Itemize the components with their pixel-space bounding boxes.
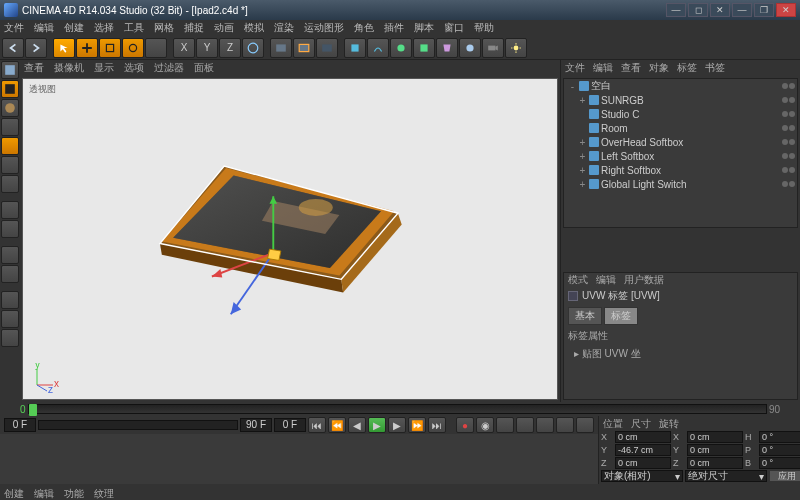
timeline-track[interactable] <box>28 404 767 414</box>
workplane-y[interactable] <box>1 310 19 328</box>
workplane-x[interactable] <box>1 291 19 309</box>
generator-object[interactable] <box>413 38 435 58</box>
model-mode[interactable] <box>1 80 19 98</box>
next-frame-button[interactable]: ▶ <box>388 417 406 433</box>
environment-object[interactable] <box>459 38 481 58</box>
texture-mode[interactable] <box>1 99 19 117</box>
minimize-button[interactable]: — <box>666 3 686 17</box>
menu-模拟[interactable]: 模拟 <box>244 21 264 35</box>
attrbtn-基本[interactable]: 基本 <box>568 307 602 325</box>
timeline-playhead[interactable] <box>29 404 37 416</box>
polygon-mode[interactable] <box>1 175 19 193</box>
frame-cur-input[interactable]: 0 F <box>274 418 306 432</box>
undo-button[interactable] <box>2 38 24 58</box>
deformer-object[interactable] <box>436 38 458 58</box>
coord-Y-pos[interactable]: -46.7 cm <box>615 444 671 456</box>
key-rot-button[interactable] <box>536 417 554 433</box>
workplane-mode[interactable] <box>1 118 19 136</box>
objtab-编辑[interactable]: 编辑 <box>593 61 613 75</box>
close-button[interactable]: ✕ <box>776 3 796 17</box>
frame-start-input[interactable]: 0 F <box>4 418 36 432</box>
camera-object[interactable] <box>482 38 504 58</box>
matmenu-创建[interactable]: 创建 <box>4 487 24 500</box>
range-slider[interactable] <box>38 420 238 430</box>
menu-运动图形[interactable]: 运动图形 <box>304 21 344 35</box>
tree-item[interactable]: +OverHead Softbox <box>564 135 797 149</box>
attrtab-用户数据[interactable]: 用户数据 <box>624 273 664 287</box>
coord-apply-button[interactable]: 应用 <box>769 470 800 482</box>
coord-X-pos[interactable]: 0 cm <box>615 431 671 443</box>
vpmenu-查看[interactable]: 查看 <box>24 61 44 75</box>
menu-渲染[interactable]: 渲染 <box>274 21 294 35</box>
minimize-outer-button[interactable]: — <box>732 3 752 17</box>
render-view[interactable] <box>270 38 292 58</box>
axis-mode[interactable] <box>1 201 19 219</box>
tree-item[interactable]: +Right Softbox <box>564 163 797 177</box>
menu-窗口[interactable]: 窗口 <box>444 21 464 35</box>
last-tool[interactable] <box>145 38 167 58</box>
menu-选择[interactable]: 选择 <box>94 21 114 35</box>
attrtab-模式[interactable]: 模式 <box>568 273 588 287</box>
z-axis-lock[interactable]: Z <box>219 38 241 58</box>
menu-工具[interactable]: 工具 <box>124 21 144 35</box>
objtab-书签[interactable]: 书签 <box>705 61 725 75</box>
key-pos-button[interactable] <box>496 417 514 433</box>
attrtab-编辑[interactable]: 编辑 <box>596 273 616 287</box>
viewport-solo[interactable] <box>1 220 19 238</box>
coord-Z-size[interactable]: 0 cm <box>687 457 743 469</box>
make-editable[interactable] <box>1 61 19 79</box>
close-inner-button[interactable]: ✕ <box>710 3 730 17</box>
coord-B-rot[interactable]: 0 ° <box>759 457 800 469</box>
goto-start-button[interactable]: ⏮ <box>308 417 326 433</box>
attrbtn-标签[interactable]: 标签 <box>604 307 638 325</box>
menu-插件[interactable]: 插件 <box>384 21 404 35</box>
tree-item[interactable]: Studio C <box>564 107 797 121</box>
x-axis-lock[interactable]: X <box>173 38 195 58</box>
menu-角色[interactable]: 角色 <box>354 21 374 35</box>
select-tool[interactable] <box>53 38 75 58</box>
restore-button[interactable]: ❐ <box>754 3 774 17</box>
key-scale-button[interactable] <box>516 417 534 433</box>
coord-mode-1[interactable]: 对象(相对)▾ <box>601 470 683 482</box>
tree-item[interactable]: -空白 <box>564 79 797 93</box>
autokey-button[interactable]: ◉ <box>476 417 494 433</box>
nurbs-object[interactable] <box>390 38 412 58</box>
render-region[interactable] <box>293 38 315 58</box>
move-tool[interactable] <box>76 38 98 58</box>
goto-end-button[interactable]: ⏭ <box>428 417 446 433</box>
key-param-button[interactable] <box>556 417 574 433</box>
vpmenu-摄像机[interactable]: 摄像机 <box>54 61 84 75</box>
coord-X-size[interactable]: 0 cm <box>687 431 743 443</box>
tree-item[interactable]: +Global Light Switch <box>564 177 797 191</box>
menu-编辑[interactable]: 编辑 <box>34 21 54 35</box>
play-button[interactable]: ▶ <box>368 417 386 433</box>
vpmenu-选项[interactable]: 选项 <box>124 61 144 75</box>
menu-文件[interactable]: 文件 <box>4 21 24 35</box>
attr-uvw-row[interactable]: 贴图 UVW 坐 <box>582 348 641 359</box>
frame-end-input[interactable]: 90 F <box>240 418 272 432</box>
record-button[interactable]: ● <box>456 417 474 433</box>
vpmenu-显示[interactable]: 显示 <box>94 61 114 75</box>
maximize-button[interactable]: ◻ <box>688 3 708 17</box>
coord-Y-size[interactable]: 0 cm <box>687 444 743 456</box>
coord-mode-2[interactable]: 绝对尺寸▾ <box>685 470 767 482</box>
matmenu-纹理[interactable]: 纹理 <box>94 487 114 500</box>
menu-脚本[interactable]: 脚本 <box>414 21 434 35</box>
prev-frame-button[interactable]: ◀ <box>348 417 366 433</box>
prev-key-button[interactable]: ⏪ <box>328 417 346 433</box>
snap-toggle[interactable] <box>1 246 19 264</box>
objtab-对象[interactable]: 对象 <box>649 61 669 75</box>
point-mode[interactable] <box>1 137 19 155</box>
menu-创建[interactable]: 创建 <box>64 21 84 35</box>
coord-P-rot[interactable]: 0 ° <box>759 444 800 456</box>
edge-mode[interactable] <box>1 156 19 174</box>
tree-item[interactable]: +SUNRGB <box>564 93 797 107</box>
object-tree[interactable]: -空白+SUNRGBStudio CRoom+OverHead Softbox+… <box>563 78 798 228</box>
scale-tool[interactable] <box>99 38 121 58</box>
y-axis-lock[interactable]: Y <box>196 38 218 58</box>
menu-动画[interactable]: 动画 <box>214 21 234 35</box>
rotate-tool[interactable] <box>122 38 144 58</box>
render-settings[interactable] <box>316 38 338 58</box>
matmenu-编辑[interactable]: 编辑 <box>34 487 54 500</box>
objtab-查看[interactable]: 查看 <box>621 61 641 75</box>
